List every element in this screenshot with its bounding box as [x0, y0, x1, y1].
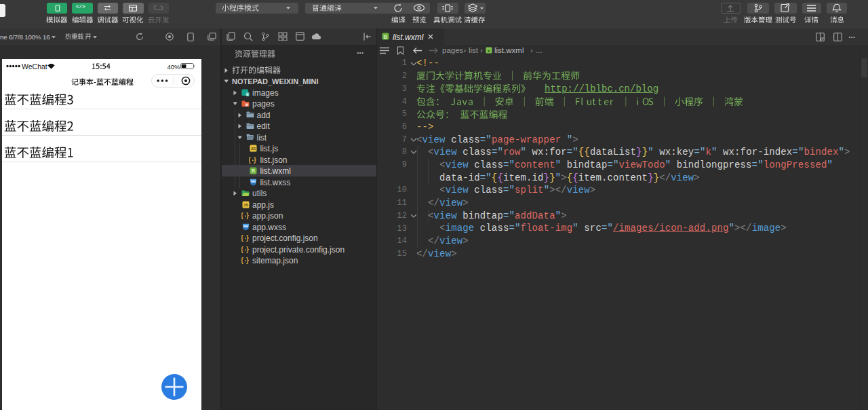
svg-text:JS: JS	[250, 147, 255, 151]
svg-text:}: }	[246, 212, 249, 219]
svg-text:}: }	[254, 156, 256, 164]
svg-text:JS: JS	[243, 203, 248, 207]
svg-text:B: B	[251, 168, 255, 174]
svg-text:B: B	[384, 34, 388, 40]
svg-text:{: {	[241, 234, 243, 242]
svg-text:}: }	[246, 257, 249, 264]
svg-text:{: {	[241, 246, 243, 253]
svg-text:}: }	[246, 246, 249, 253]
svg-text:{: {	[249, 156, 251, 164]
svg-text:}: }	[246, 234, 249, 242]
svg-text:{: {	[241, 212, 243, 219]
svg-text:b: b	[488, 49, 490, 53]
svg-text:{: {	[241, 257, 243, 264]
